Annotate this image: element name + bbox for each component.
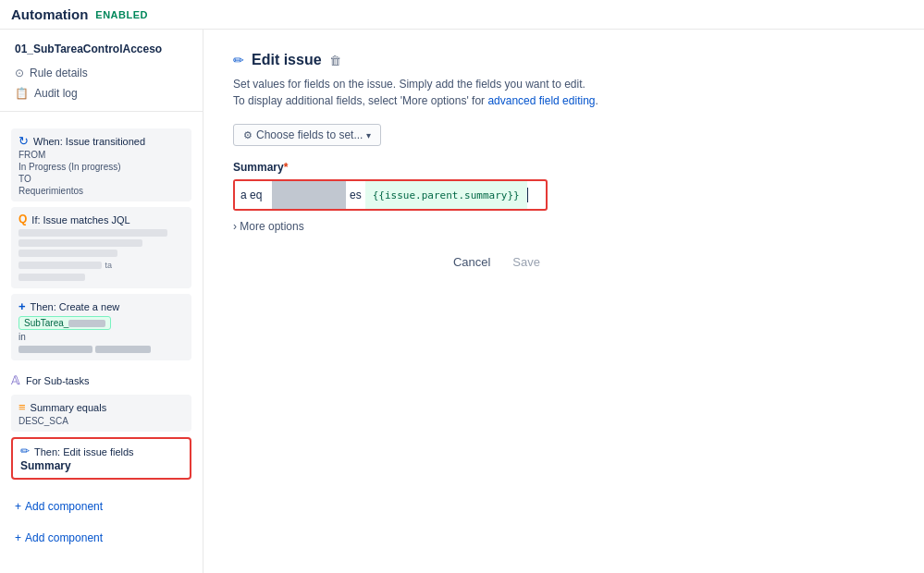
add-icon-1: + — [15, 500, 21, 513]
cancel-button[interactable]: Cancel — [446, 251, 498, 273]
for-subtasks-row: 𝔸 For Sub-tasks — [0, 370, 203, 391]
add-icon-2: + — [15, 531, 21, 544]
summary-equals-label: Summary equals — [31, 402, 107, 413]
summary-input-row[interactable]: es {{issue.parent.summary}} — [233, 179, 548, 211]
flow-item-trigger[interactable]: ↻ When: Issue transitioned FROM In Progr… — [11, 128, 191, 201]
right-panel: ✏ Edit issue 🗑 Set values for fields on … — [203, 30, 924, 573]
add-component-1[interactable]: + Add component — [0, 494, 203, 518]
sidebar-item-label: Rule details — [30, 67, 88, 79]
required-asterisk: * — [284, 161, 289, 174]
flow-section: ↻ When: Issue transitioned FROM In Progr… — [0, 119, 203, 370]
log-icon: 📋 — [15, 87, 29, 100]
header: Automation ENABLED — [0, 0, 924, 30]
create-detail-in: in — [18, 332, 184, 342]
trigger-icon: ↻ — [18, 134, 29, 148]
divider — [0, 111, 203, 112]
sidebar-item-rule-details[interactable]: ⊙ Rule details — [0, 63, 203, 83]
sidebar-item-audit-log[interactable]: 📋 Audit log — [0, 83, 203, 104]
more-options[interactable]: › More options — [233, 220, 894, 233]
jql-redacted-4 — [18, 262, 102, 269]
summary-input-es: es — [346, 181, 365, 209]
main-layout: 01_SubTareaControlAcceso ⊙ Rule details … — [0, 30, 924, 573]
panel-edit-icon: ✏ — [233, 53, 244, 67]
gear-icon: ⚙ — [243, 129, 253, 141]
circle-icon: ⊙ — [15, 67, 24, 79]
choose-fields-label: Choose fields to set... — [256, 128, 363, 141]
summary-input-redacted — [272, 181, 346, 209]
edit-icon: ✏ — [20, 445, 30, 457]
trigger-label: When: Issue transitioned — [33, 136, 145, 147]
save-button[interactable]: Save — [505, 251, 548, 273]
flow-item-jql[interactable]: Q If: Issue matches JQL ta — [11, 207, 191, 288]
summary-equals-icon: ≡ — [18, 400, 26, 414]
add-component-2[interactable]: + Add component — [0, 526, 203, 550]
panel-title: Edit issue — [252, 52, 322, 68]
sidebar: 01_SubTareaControlAcceso ⊙ Rule details … — [0, 30, 203, 573]
flow-item-create[interactable]: + Then: Create a new SubTarea_ in — [11, 294, 191, 360]
flow-item-summary-equals[interactable]: ≡ Summary equals DESC_SCA — [11, 395, 191, 432]
edit-issue-sub: Summary — [20, 459, 182, 472]
chevron-down-icon: ▾ — [366, 130, 371, 140]
trigger-detail-to: TO — [18, 174, 184, 184]
choose-fields-button[interactable]: ⚙ Choose fields to set... ▾ — [233, 124, 381, 146]
subtarea-pill: SubTarea_ — [18, 316, 111, 330]
trigger-from-status: In Progress (In progress) — [18, 162, 184, 172]
jql-redacted-1 — [18, 229, 167, 237]
cursor-line — [527, 188, 528, 202]
for-subtasks-icon: 𝔸 — [11, 373, 20, 387]
jql-icon: Q — [18, 213, 27, 226]
create-label: Then: Create a new — [31, 301, 120, 312]
create-icon: + — [18, 299, 26, 313]
summary-equals-value: DESC_SCA — [18, 416, 184, 426]
trigger-detail-from: FROM — [18, 150, 184, 160]
trigger-to-status: Requerimientos — [18, 186, 184, 196]
template-token: {{issue.parent.summary}} — [365, 181, 527, 209]
jql-redacted-2 — [18, 239, 142, 247]
jql-redacted-3 — [18, 250, 117, 257]
trash-icon[interactable]: 🗑 — [329, 54, 341, 67]
field-label: Summary* — [233, 161, 894, 174]
rule-name: 01_SubTareaControlAcceso — [0, 39, 203, 63]
flow-item-edit-issue[interactable]: ✏ Then: Edit issue fields Summary — [11, 437, 191, 480]
cursor — [527, 181, 533, 209]
summary-input-prefix[interactable] — [235, 181, 272, 209]
jql-label: If: Issue matches JQL — [31, 214, 129, 226]
jql-ta: ta — [105, 261, 113, 270]
enabled-badge: ENABLED — [95, 9, 148, 20]
panel-desc: Set values for fields on the issue. Simp… — [233, 76, 894, 109]
sidebar-item-label: Audit log — [34, 87, 78, 100]
create-redacted-2 — [95, 346, 151, 353]
edit-issue-label: Then: Edit issue fields — [34, 446, 134, 457]
app-title: Automation — [11, 6, 88, 22]
for-subtasks-label: For Sub-tasks — [26, 375, 89, 386]
panel-header: ✏ Edit issue 🗑 — [233, 52, 894, 68]
jql-redacted-5 — [18, 274, 85, 281]
panel-actions: Cancel Save — [233, 251, 548, 273]
create-redacted-1 — [18, 346, 92, 353]
advanced-link[interactable]: advanced field editing — [487, 94, 595, 107]
